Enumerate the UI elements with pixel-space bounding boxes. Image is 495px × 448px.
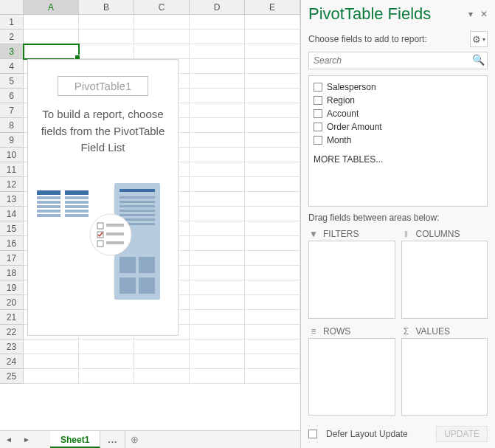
cell[interactable]: [245, 295, 300, 310]
cell[interactable]: [245, 74, 300, 89]
field-list-options-button[interactable]: ⚙▾: [470, 31, 488, 47]
cell[interactable]: [134, 15, 190, 30]
field-region[interactable]: Region: [314, 94, 482, 107]
search-icon[interactable]: 🔍: [472, 54, 485, 66]
cell[interactable]: [245, 148, 300, 162]
cell[interactable]: [245, 266, 300, 280]
cell[interactable]: [245, 236, 300, 251]
cell[interactable]: [190, 162, 245, 177]
cell[interactable]: [24, 354, 79, 369]
cell[interactable]: [190, 59, 245, 74]
field-month[interactable]: Month: [314, 134, 482, 147]
row-header[interactable]: 14: [0, 207, 24, 221]
row-header[interactable]: 5: [0, 74, 24, 89]
row-header[interactable]: 18: [0, 266, 24, 280]
cell[interactable]: [245, 251, 300, 266]
cell[interactable]: [245, 354, 300, 369]
cell[interactable]: [24, 15, 79, 30]
row-header[interactable]: 11: [0, 162, 24, 177]
row-header[interactable]: 25: [0, 369, 24, 384]
row-header[interactable]: 22: [0, 325, 24, 340]
cell[interactable]: [190, 30, 245, 44]
col-header-B[interactable]: B: [79, 0, 134, 14]
cell[interactable]: [190, 74, 245, 89]
cell[interactable]: [134, 44, 190, 59]
cell[interactable]: [24, 44, 79, 59]
row-header[interactable]: 4: [0, 59, 24, 74]
defer-layout-row[interactable]: Defer Layout Update: [308, 429, 436, 439]
cell[interactable]: [134, 340, 190, 354]
row-header[interactable]: 19: [0, 280, 24, 295]
checkbox-icon[interactable]: [314, 123, 322, 131]
col-header-C[interactable]: C: [134, 0, 190, 14]
cell[interactable]: [245, 103, 300, 118]
cell[interactable]: [245, 192, 300, 207]
row-header[interactable]: 13: [0, 192, 24, 207]
cell[interactable]: [24, 340, 79, 354]
field-order-amount[interactable]: Order Amount: [314, 120, 482, 134]
field-list[interactable]: Salesperson Region Account Order Amount …: [308, 75, 488, 207]
area-values-dropzone[interactable]: [401, 338, 488, 416]
row-header[interactable]: 10: [0, 148, 24, 162]
search-input[interactable]: [308, 52, 488, 69]
cell[interactable]: [190, 280, 245, 295]
cell[interactable]: [79, 340, 134, 354]
cell[interactable]: [24, 30, 79, 44]
cell[interactable]: [24, 369, 79, 384]
cell[interactable]: [190, 221, 245, 236]
cell[interactable]: [245, 89, 300, 103]
cell[interactable]: [190, 118, 245, 133]
cell[interactable]: [245, 177, 300, 192]
cell[interactable]: [245, 15, 300, 30]
add-sheet-button[interactable]: ⊕: [125, 434, 143, 445]
area-rows-dropzone[interactable]: [308, 338, 395, 416]
pane-dropdown-icon[interactable]: ▾: [468, 9, 473, 19]
cell[interactable]: [79, 30, 134, 44]
row-header[interactable]: 7: [0, 103, 24, 118]
cell[interactable]: [245, 280, 300, 295]
cell[interactable]: [134, 30, 190, 44]
row-header[interactable]: 17: [0, 251, 24, 266]
row-header[interactable]: 12: [0, 177, 24, 192]
cell[interactable]: [245, 340, 300, 354]
checkbox-icon[interactable]: [314, 96, 322, 105]
cell[interactable]: [79, 369, 134, 384]
cell[interactable]: [245, 118, 300, 133]
cell[interactable]: [190, 266, 245, 280]
row-header[interactable]: 24: [0, 354, 24, 369]
cell[interactable]: [190, 148, 245, 162]
pivottable-placeholder[interactable]: PivotTable1 To build a report, choose fi…: [27, 59, 179, 336]
row-header[interactable]: 3: [0, 44, 24, 59]
cell[interactable]: [134, 354, 190, 369]
cell[interactable]: [245, 162, 300, 177]
row-header[interactable]: 9: [0, 133, 24, 148]
row-header[interactable]: 21: [0, 310, 24, 325]
pane-close-icon[interactable]: ✕: [480, 9, 488, 19]
cell[interactable]: [245, 44, 300, 59]
cell[interactable]: [134, 369, 190, 384]
row-header[interactable]: 23: [0, 340, 24, 354]
row-header[interactable]: 16: [0, 236, 24, 251]
cell[interactable]: [190, 354, 245, 369]
cell[interactable]: [245, 325, 300, 340]
area-filters-dropzone[interactable]: [308, 241, 395, 319]
spreadsheet-grid[interactable]: A B C D E 123456789101112131415161718192…: [0, 0, 301, 448]
field-account[interactable]: Account: [314, 107, 482, 120]
checkbox-icon[interactable]: [314, 136, 322, 145]
cell[interactable]: [190, 44, 245, 59]
cell[interactable]: [79, 44, 134, 59]
cell[interactable]: [190, 207, 245, 221]
cell[interactable]: [79, 15, 134, 30]
row-header[interactable]: 15: [0, 221, 24, 236]
cell[interactable]: [245, 221, 300, 236]
area-columns-dropzone[interactable]: [401, 241, 488, 319]
row-header[interactable]: 2: [0, 30, 24, 44]
cell[interactable]: [190, 236, 245, 251]
cell[interactable]: [190, 295, 245, 310]
tab-nav-next[interactable]: ►: [18, 435, 35, 444]
checkbox-icon[interactable]: [314, 109, 322, 118]
checkbox-icon[interactable]: [308, 430, 317, 438]
cell[interactable]: [245, 133, 300, 148]
col-header-D[interactable]: D: [190, 0, 245, 14]
row-header[interactable]: 6: [0, 89, 24, 103]
